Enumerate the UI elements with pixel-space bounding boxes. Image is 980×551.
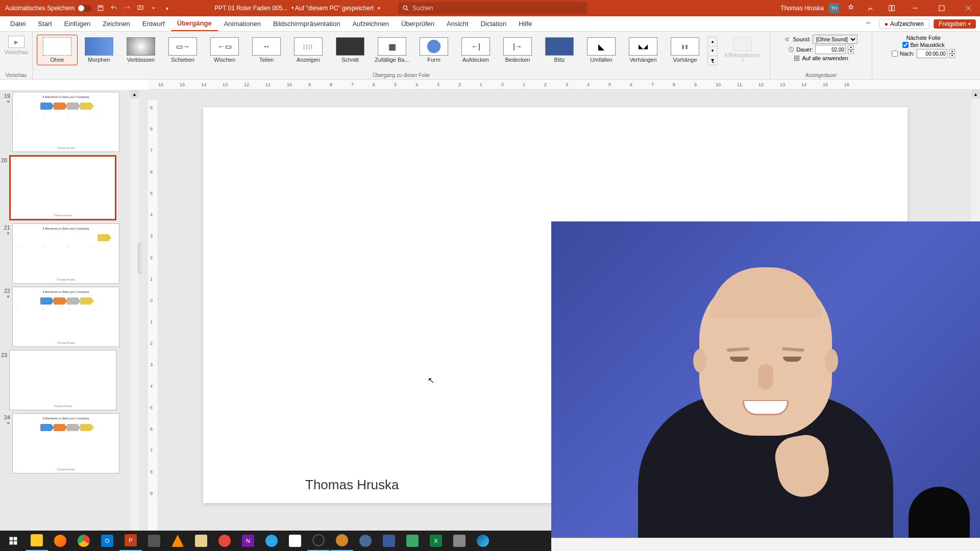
taskbar-app3[interactable] bbox=[213, 531, 236, 551]
transition-blitz-icon bbox=[545, 37, 574, 56]
tab-datei[interactable]: Datei bbox=[4, 16, 32, 31]
taskbar-app4[interactable] bbox=[284, 531, 306, 551]
taskbar-app7[interactable] bbox=[378, 531, 400, 551]
tab-ueberpruefen[interactable]: Überprüfen bbox=[395, 16, 440, 31]
coming-soon-icon[interactable] bbox=[842, 4, 860, 13]
thumbnail-20[interactable]: Thomas Hruska bbox=[9, 155, 116, 220]
transition-bedecken[interactable]: Bedecken bbox=[497, 35, 538, 65]
transition-teilen[interactable]: Teilen bbox=[246, 35, 287, 65]
tab-uebergaenge[interactable]: Übergänge bbox=[171, 16, 218, 31]
tab-dictation[interactable]: Dictation bbox=[475, 16, 513, 31]
tab-hilfe[interactable]: Hilfe bbox=[512, 16, 538, 31]
tab-animationen[interactable]: Animationen bbox=[218, 16, 267, 31]
taskbar-vlc[interactable] bbox=[166, 531, 189, 551]
gallery-down-icon[interactable]: ▼ bbox=[708, 46, 717, 56]
thumbnail-23[interactable]: Thomas Hruska bbox=[9, 350, 116, 410]
thumbs-scrollbar[interactable]: ▲ ▼ bbox=[130, 90, 139, 548]
taskbar-app9[interactable] bbox=[448, 531, 471, 551]
transition-form[interactable]: Form bbox=[413, 35, 454, 65]
transition-anzeigen[interactable]: Anzeigen bbox=[288, 35, 329, 65]
sound-select[interactable]: [Ohne Sound] bbox=[813, 35, 857, 44]
search-input[interactable] bbox=[412, 5, 583, 12]
taskbar-powerpoint[interactable]: P bbox=[119, 531, 142, 551]
taskbar-firefox[interactable] bbox=[49, 531, 71, 551]
transition-zufaellige[interactable]: Zufällige Ba... bbox=[372, 35, 412, 65]
canvas-scroll-up-icon[interactable]: ▲ bbox=[971, 90, 980, 98]
taskbar-edge[interactable] bbox=[472, 531, 494, 551]
transition-schieben[interactable]: Schieben bbox=[162, 35, 203, 65]
transition-schnitt[interactable]: Schnitt bbox=[330, 35, 371, 65]
minimize-button[interactable] bbox=[903, 0, 927, 16]
taskbar-excel[interactable]: X bbox=[425, 531, 447, 551]
transition-verblassen[interactable]: Verblassen bbox=[120, 35, 161, 65]
transition-morphen[interactable]: Morphen bbox=[79, 35, 119, 65]
ink-icon[interactable] bbox=[863, 4, 880, 13]
thumbnail-panel[interactable]: 19 ★ 4 Elements to Start your Company ——… bbox=[0, 90, 139, 548]
tab-zeichnen[interactable]: Zeichnen bbox=[96, 16, 136, 31]
transition-umfallen[interactable]: Umfallen bbox=[581, 35, 622, 65]
collapse-ribbon-icon[interactable] bbox=[862, 19, 875, 28]
thumbs-scroll-up-icon[interactable]: ▲ bbox=[130, 90, 139, 98]
taskbar-app5[interactable] bbox=[331, 531, 353, 551]
close-button[interactable] bbox=[957, 0, 980, 16]
tab-start[interactable]: Start bbox=[32, 16, 58, 31]
thumbs-scroll-track[interactable] bbox=[130, 98, 139, 539]
sound-icon bbox=[785, 36, 791, 42]
taskbar-app2[interactable] bbox=[190, 531, 212, 551]
undo-icon[interactable] bbox=[109, 4, 118, 13]
title-dropdown-icon[interactable]: ▾ bbox=[378, 6, 380, 11]
taskbar-obs[interactable] bbox=[307, 531, 330, 551]
thumb-title-19: 4 Elements to Start your Company bbox=[13, 95, 119, 98]
tab-bildschirmpraesentation[interactable]: Bildschirmpräsentation bbox=[267, 16, 347, 31]
qat-customize-icon[interactable]: ▾ bbox=[162, 4, 172, 13]
thumbnail-22[interactable]: 4 Elements to Start your Company ———— Th… bbox=[12, 287, 119, 347]
autosave-switch[interactable] bbox=[78, 5, 92, 12]
thumbnail-19[interactable]: 4 Elements to Start your Company ———— Th… bbox=[12, 92, 119, 152]
save-icon[interactable] bbox=[96, 4, 105, 13]
user-avatar[interactable]: TH bbox=[829, 3, 839, 13]
gallery-expand-icon[interactable]: ▼̲ bbox=[708, 56, 717, 65]
tab-aufzeichnen[interactable]: Aufzeichnen bbox=[346, 16, 395, 31]
nach-spinner[interactable]: ▲▼ bbox=[949, 49, 955, 58]
qat-more-icon[interactable] bbox=[149, 4, 158, 13]
maximize-button[interactable] bbox=[930, 0, 953, 16]
transition-blitz[interactable]: Blitz bbox=[539, 35, 580, 65]
tab-einfuegen[interactable]: Einfügen bbox=[58, 16, 96, 31]
transition-wischen[interactable]: Wischen bbox=[204, 35, 245, 65]
transition-ohne[interactable]: Ohne bbox=[37, 35, 78, 65]
taskbar-telegram[interactable] bbox=[260, 531, 283, 551]
transition-aufdecken[interactable]: Aufdecken bbox=[455, 35, 496, 65]
share-button[interactable]: Freigeben▾ bbox=[934, 19, 976, 29]
taskbar-app1[interactable] bbox=[143, 531, 165, 551]
taskbar-outlook[interactable]: O bbox=[96, 531, 118, 551]
taskbar-app6[interactable] bbox=[354, 531, 377, 551]
dauer-spinner[interactable]: ▲▼ bbox=[848, 45, 854, 54]
present-from-start-icon[interactable] bbox=[136, 4, 145, 13]
mouseclick-row[interactable]: Bei Mausklick bbox=[902, 42, 945, 48]
window-layout-icon[interactable] bbox=[883, 4, 900, 13]
vorschau-button[interactable]: Vorschau bbox=[3, 34, 30, 57]
transition-vorhaenge[interactable]: Vorhänge bbox=[665, 35, 705, 65]
thumbnail-21[interactable]: 4 Elements to Start your Company ———— Th… bbox=[12, 223, 119, 284]
tab-ansicht[interactable]: Ansicht bbox=[440, 16, 475, 31]
taskbar-app8[interactable] bbox=[401, 531, 424, 551]
redo-icon[interactable] bbox=[122, 4, 132, 13]
autosave-toggle[interactable]: Automatisches Speichern bbox=[5, 5, 92, 12]
dauer-input[interactable] bbox=[815, 45, 846, 54]
search-box[interactable] bbox=[398, 2, 587, 14]
mouseclick-checkbox[interactable] bbox=[902, 42, 909, 48]
nach-input[interactable] bbox=[917, 49, 947, 58]
taskbar-onenote[interactable]: N bbox=[237, 531, 259, 551]
gallery-up-icon[interactable]: ▲ bbox=[708, 37, 717, 46]
taskbar-chrome[interactable] bbox=[72, 531, 95, 551]
tab-entwurf[interactable]: Entwurf bbox=[136, 16, 171, 31]
thumbnail-24[interactable]: 4 Elements to Start your Company Thomas … bbox=[12, 413, 119, 473]
apply-all-row[interactable]: Auf alle anwenden bbox=[794, 55, 848, 61]
start-menu-button[interactable] bbox=[2, 531, 24, 551]
nach-checkbox[interactable] bbox=[892, 51, 898, 57]
save-location[interactable]: • Auf "diesem PC" gespeichert bbox=[291, 5, 374, 12]
user-name[interactable]: Thomas Hruska bbox=[780, 5, 826, 12]
taskbar-explorer[interactable] bbox=[26, 531, 48, 551]
record-button[interactable]: ●Aufzeichnen bbox=[879, 19, 929, 29]
transition-verhaengen[interactable]: Verhängen bbox=[623, 35, 664, 65]
